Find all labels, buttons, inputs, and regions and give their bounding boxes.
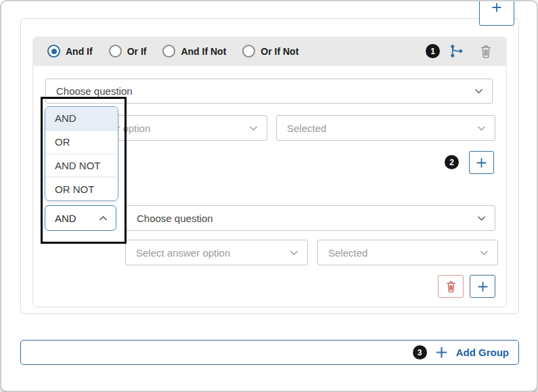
radio-or-if-not-label: Or If Not [261, 46, 298, 57]
add-group-label: Add Group [456, 347, 509, 358]
condition2-answer-option-placeholder: Select answer option [136, 247, 230, 259]
logic-builder-panel: And If Or If And If Not Or If Not 1 [0, 0, 538, 392]
radio-and-if-not[interactable]: And If Not [162, 45, 226, 58]
chevron-down-icon [249, 125, 258, 131]
plus-icon [435, 346, 448, 359]
condition2-question-placeholder: Choose question [137, 213, 213, 224]
chevron-down-icon [290, 250, 298, 256]
callout-badge-2: 2 [445, 155, 459, 169]
condition1-selected-select[interactable]: Selected [276, 115, 495, 141]
radio-or-if-label: Or If [127, 46, 147, 57]
delete-group-button[interactable] [478, 43, 493, 60]
group-logic-header: And If Or If And If Not Or If Not 1 [32, 37, 507, 66]
operator-option-and-not[interactable]: AND NOT [45, 154, 118, 178]
condition1-selected-placeholder: Selected [287, 123, 326, 134]
add-condition-button[interactable] [469, 151, 494, 174]
chevron-down-icon [477, 125, 486, 131]
chevron-down-icon [477, 215, 486, 221]
condition2-answer-option-select[interactable]: Select answer option [125, 240, 308, 265]
condition2-selected-select[interactable]: Selected [317, 240, 498, 265]
operator-select-trigger[interactable]: AND [45, 205, 116, 231]
chevron-down-icon [474, 88, 483, 94]
radio-unselected-icon [109, 45, 122, 58]
group-header-actions: 1 [426, 43, 493, 60]
radio-or-if-not[interactable]: Or If Not [242, 45, 298, 58]
delete-condition-button[interactable] [438, 275, 464, 298]
add-condition-button-2[interactable] [470, 275, 495, 298]
condition1-question-select[interactable]: Choose question [45, 79, 493, 104]
operator-option-or-not[interactable]: OR NOT [45, 177, 118, 200]
radio-selected-icon [47, 45, 60, 58]
chevron-down-icon [480, 250, 489, 256]
operator-dropdown-list: AND OR AND NOT OR NOT [45, 106, 118, 201]
flow-icon [449, 43, 464, 59]
trash-icon [445, 280, 457, 294]
operator-option-or[interactable]: OR [45, 131, 118, 154]
add-group-bar[interactable]: 3 Add Group [20, 340, 519, 365]
callout-badge-1: 1 [426, 44, 440, 58]
flow-structure-button[interactable] [449, 43, 464, 59]
condition2-question-select[interactable]: Choose question [126, 205, 495, 231]
plus-icon [491, 2, 502, 13]
condition2-selected-placeholder: Selected [328, 247, 367, 259]
partial-add-button[interactable] [479, 0, 514, 26]
operator-option-and[interactable]: AND [45, 107, 118, 131]
plus-icon [477, 281, 489, 292]
radio-unselected-icon [242, 45, 255, 58]
radio-and-if-not-label: And If Not [181, 46, 226, 57]
operator-value: AND [55, 213, 76, 224]
radio-unselected-icon [162, 45, 175, 58]
callout-badge-3: 3 [413, 345, 427, 360]
plus-icon [476, 157, 487, 169]
radio-or-if[interactable]: Or If [109, 45, 147, 58]
trash-icon [478, 43, 493, 60]
condition1-question-placeholder: Choose question [56, 85, 133, 97]
radio-and-if-label: And If [66, 46, 93, 57]
chevron-up-icon [99, 215, 108, 221]
radio-and-if[interactable]: And If [47, 45, 93, 58]
